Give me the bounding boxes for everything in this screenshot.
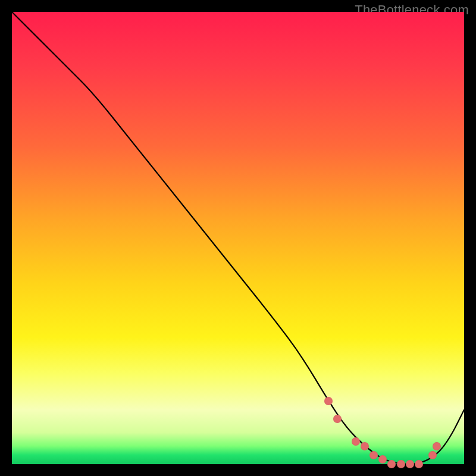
marker-dot [387,460,396,468]
chart-svg [12,12,464,464]
stage: TheBottleneck.com [0,0,476,476]
chart-area [12,12,464,464]
marker-dot [324,397,333,405]
marker-dot [361,442,369,450]
marker-dot [433,442,441,450]
bottleneck-curve [12,12,464,464]
marker-dot [406,460,414,468]
marker-dot [415,460,423,468]
marker-dot [428,451,437,459]
marker-dot [333,415,342,423]
marker-dot [397,460,405,468]
marker-dot [369,451,378,459]
marker-dot [378,455,387,464]
marker-dot [352,437,360,446]
